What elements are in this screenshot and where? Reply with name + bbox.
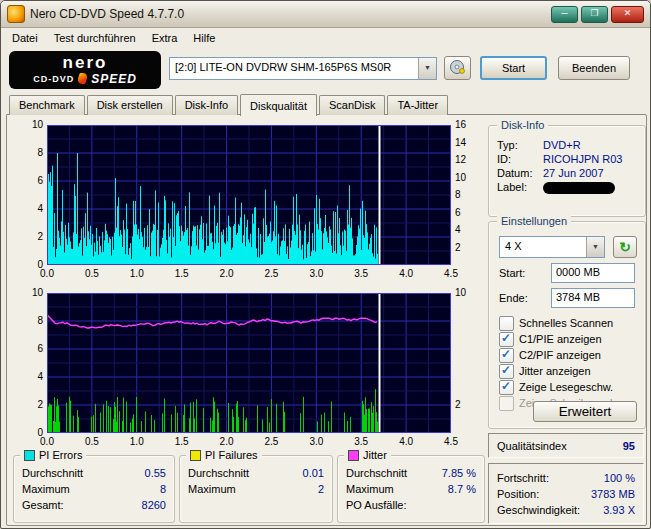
x-axis-label: 1.0 — [125, 268, 149, 280]
chevron-down-icon[interactable]: ▼ — [418, 58, 436, 79]
tab-benchmark[interactable]: Benchmark — [9, 95, 85, 115]
x-axis-label: 4.0 — [394, 268, 418, 280]
jitter-row: Maximum8.7 % — [338, 481, 484, 497]
y-axis-label: 2 — [21, 231, 43, 243]
checkbox-list: Schnelles ScannenC1/PIE anzeigenC2/PIF a… — [489, 315, 645, 411]
y-axis-label: 2 — [21, 399, 43, 411]
checkbox-box[interactable] — [499, 364, 514, 379]
disk-info-row: Datum:27 Jun 2007 — [489, 166, 645, 180]
progress-value: 3.93 X — [603, 504, 635, 516]
checkbox-box[interactable] — [499, 396, 514, 411]
quality-index-panel: Qualitätsindex 95 — [488, 433, 644, 458]
y-axis-label: 10 — [455, 287, 477, 299]
pi-errors-row: Maximum8 — [14, 481, 174, 497]
checkbox-c2-pif-anzeigen[interactable]: C2/PIF anzeigen — [489, 347, 645, 363]
label-redacted — [543, 182, 615, 194]
progress-row: Position:3783 MB — [489, 486, 643, 502]
progress-rows: Fortschritt:100 %Position:3783 MBGeschwi… — [489, 464, 643, 518]
disk-info-value — [543, 181, 637, 194]
x-axis-label: 3.0 — [304, 268, 328, 280]
pi-failures-row: Maximum2 — [180, 481, 332, 497]
y-axis-label: 8 — [455, 189, 477, 201]
start-button[interactable]: Start — [480, 56, 547, 80]
speed-select[interactable]: 4 X ▼ — [499, 236, 605, 258]
checkbox-box[interactable] — [499, 380, 514, 395]
jitter-rows: Durchschnitt7.85 %Maximum8.7 %PO Ausfäll… — [338, 456, 484, 513]
close-button[interactable]: ✕ — [611, 6, 644, 23]
pi-failures-statbox: PI Failures Durchschnitt0.01Maximum2 — [179, 455, 333, 523]
menu-item-test-durchführen[interactable]: Test durchführen — [46, 30, 144, 46]
progress-label: Geschwindigkeit: — [497, 504, 603, 516]
chevron-down-icon[interactable]: ▼ — [586, 237, 604, 257]
y-axis-label: 14 — [455, 137, 477, 149]
eject-disc-button[interactable] — [444, 56, 471, 80]
window-controls: ─ ❐ ✕ — [551, 6, 644, 23]
logo-subline: CD-DVD SPEED — [33, 72, 137, 86]
pi-errors-value: 0.55 — [145, 467, 166, 479]
drive-selected-value: [2:0] LITE-ON DVDRW SHM-165P6S MS0R — [170, 58, 418, 79]
checkbox-zeige-lesegeschw[interactable]: Zeige Lesegeschw. — [489, 379, 645, 395]
tab-diskqualität[interactable]: Diskqualität — [240, 94, 317, 116]
disc-icon — [449, 59, 466, 75]
y-axis-label: 4 — [21, 203, 43, 215]
x-axis-label: 2.5 — [259, 436, 283, 448]
disk-info-label: Typ: — [497, 139, 543, 151]
x-axis-label: 3.5 — [349, 268, 373, 280]
disk-info-label: Datum: — [497, 167, 543, 179]
jitter-row: Durchschnitt7.85 % — [338, 465, 484, 481]
tab-scandisk[interactable]: ScanDisk — [319, 95, 385, 115]
checkbox-box[interactable] — [499, 316, 514, 331]
checkbox-box[interactable] — [499, 348, 514, 363]
quit-button[interactable]: Beenden — [558, 56, 630, 80]
checkbox-box[interactable] — [499, 332, 514, 347]
progress-label: Fortschritt: — [497, 472, 604, 484]
jitter-value: 7.85 % — [442, 467, 476, 479]
y-axis-label: 10 — [21, 119, 43, 131]
refresh-button[interactable]: ↻ — [613, 236, 637, 258]
jitter-color-swatch — [348, 450, 359, 461]
advanced-button[interactable]: Erweitert — [533, 401, 637, 422]
y-axis-label: 10 — [455, 172, 477, 184]
checkbox-c1-pie-anzeigen[interactable]: C1/PIE anzeigen — [489, 331, 645, 347]
x-axis-label: 3.5 — [349, 436, 373, 448]
quality-index-value: 95 — [623, 440, 635, 452]
minimize-button[interactable]: ─ — [551, 6, 578, 23]
y-axis-label: 6 — [455, 207, 477, 219]
pi-failures-value: 0.01 — [303, 467, 324, 479]
pi-errors-chart: 10864201614121086420.00.51.01.52.02.53.0… — [47, 125, 451, 265]
pi-errors-row: Gesamt:8260 — [14, 497, 174, 513]
jitter-value: 8.7 % — [448, 483, 476, 495]
checkbox-schnelles-scannen[interactable]: Schnelles Scannen — [489, 315, 645, 331]
drive-select[interactable]: [2:0] LITE-ON DVDRW SHM-165P6S MS0R ▼ — [169, 57, 437, 80]
disk-info-label: Label: — [497, 181, 543, 194]
checkbox-label: C2/PIF anzeigen — [519, 349, 601, 361]
start-field[interactable]: 0000 MB — [551, 263, 635, 283]
flame-icon — [76, 73, 89, 84]
window-title: Nero CD-DVD Speed 4.7.7.0 — [30, 7, 184, 21]
disk-info-value: 27 Jun 2007 — [543, 167, 637, 179]
x-axis-label: 1.5 — [170, 268, 194, 280]
speed-row: 4 X ▼ ↻ — [499, 236, 637, 258]
app-window: Nero CD-DVD Speed 4.7.7.0 ─ ❐ ✕ DateiTes… — [0, 0, 651, 529]
y-axis-label: 8 — [21, 147, 43, 159]
pi-errors-color-swatch — [24, 450, 35, 461]
checkbox-jitter-anzeigen[interactable]: Jitter anzeigen — [489, 363, 645, 379]
tab-disk-info[interactable]: Disk-Info — [175, 95, 238, 115]
pi-failures-row: Durchschnitt0.01 — [180, 465, 332, 481]
menu-item-hilfe[interactable]: Hilfe — [185, 30, 223, 46]
tab-disk-erstellen[interactable]: Disk erstellen — [87, 95, 173, 115]
tab-ta-jitter[interactable]: TA-Jitter — [387, 95, 448, 115]
menu-item-datei[interactable]: Datei — [4, 30, 46, 46]
x-axis-label: 0.5 — [80, 268, 104, 280]
pi-failures-title: PI Failures — [205, 448, 258, 462]
jitter-label: Maximum — [346, 483, 448, 495]
jitter-legend: Jitter — [344, 448, 391, 462]
nero-logo: nero CD-DVD SPEED — [9, 51, 161, 89]
pi-errors-statbox: PI Errors Durchschnitt0.55Maximum8Gesamt… — [13, 455, 175, 523]
jitter-row: PO Ausfälle: — [338, 497, 484, 513]
title-bar[interactable]: Nero CD-DVD Speed 4.7.7.0 ─ ❐ ✕ — [1, 1, 650, 28]
menu-item-extra[interactable]: Extra — [144, 30, 186, 46]
y-axis-label: 4 — [21, 371, 43, 383]
maximize-button[interactable]: ❐ — [581, 6, 608, 23]
end-field[interactable]: 3784 MB — [551, 288, 635, 308]
